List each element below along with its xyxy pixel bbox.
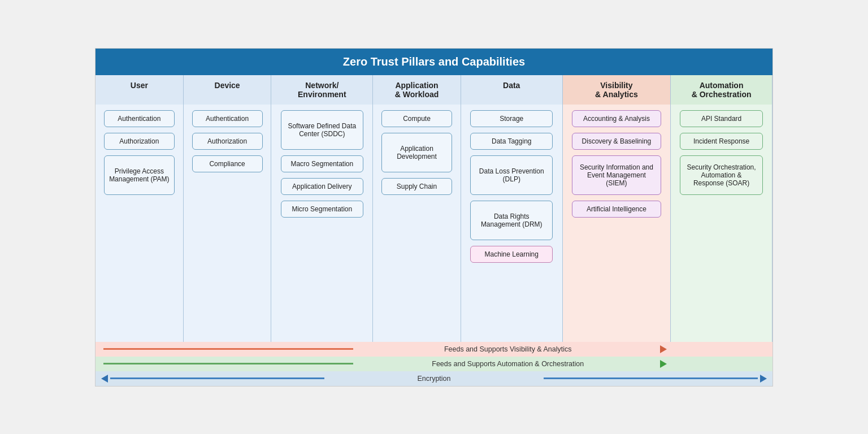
- diagram-container: Zero Trust Pillars and Capabilities User…: [95, 48, 773, 387]
- arrow-bar-automation: Feeds and Supports Automation & Orchestr…: [96, 357, 772, 371]
- header-visibility: Visibility & Analytics: [563, 75, 671, 105]
- aut-incident: Incident Response: [680, 133, 762, 150]
- data-storage: Storage: [470, 110, 553, 127]
- col-body-device: Authentication Authorization Compliance: [184, 105, 272, 342]
- data-dlp: Data Loss Prevention (DLP): [470, 155, 553, 195]
- data-drm: Data Rights Management (DRM): [470, 201, 553, 240]
- bottom-section: Feeds and Supports Visibility & Analytic…: [96, 342, 772, 386]
- app-compute: Compute: [381, 110, 452, 127]
- col-body-data: Storage Data Tagging Data Loss Preventio…: [461, 105, 563, 342]
- col-body-automation: API Standard Incident Response Security …: [671, 105, 772, 342]
- main-content: Authentication Authorization Privilege A…: [96, 105, 772, 342]
- column-headers: User Device Network/ Environment Applica…: [96, 75, 772, 105]
- app-dev: Application Development: [381, 133, 452, 172]
- arrow-label-visibility: Feeds and Supports Visibility & Analytic…: [355, 345, 660, 353]
- device-authz: Authorization: [192, 133, 263, 150]
- arrow-label-encryption: Encryption: [327, 375, 541, 383]
- user-authz: Authorization: [104, 133, 175, 150]
- user-pam: Privilege Access Management (PAM): [104, 155, 175, 195]
- data-ml: Machine Learning: [470, 246, 553, 263]
- network-app-delivery: Application Delivery: [281, 178, 363, 195]
- vis-accounting: Accounting & Analysis: [572, 110, 661, 127]
- device-auth: Authentication: [192, 110, 263, 127]
- network-macro: Macro Segmentation: [281, 155, 363, 172]
- arrow-bar-encryption: Encryption: [96, 371, 772, 386]
- col-body-user: Authentication Authorization Privilege A…: [96, 105, 184, 342]
- arrow-bar-visibility: Feeds and Supports Visibility & Analytic…: [96, 342, 772, 357]
- vis-discovery: Discovery & Baselining: [572, 133, 661, 150]
- user-auth: Authentication: [104, 110, 175, 127]
- col-body-visibility: Accounting & Analysis Discovery & Baseli…: [563, 105, 671, 342]
- header-data: Data: [461, 75, 563, 105]
- aut-soar: Security Orchestration, Automation & Res…: [680, 155, 762, 195]
- data-tagging: Data Tagging: [470, 133, 553, 150]
- header-app: Application & Workload: [373, 75, 461, 105]
- vis-ai: Artificial Intelligence: [572, 201, 661, 218]
- header-network: Network/ Environment: [271, 75, 373, 105]
- network-micro: Micro Segmentation: [281, 201, 363, 218]
- header-automation: Automation & Orchestration: [671, 75, 772, 105]
- col-body-network: Software Defined Data Center (SDDC) Macr…: [271, 105, 373, 342]
- app-supply-chain: Supply Chain: [381, 178, 452, 195]
- vis-siem: Security Information and Event Managemen…: [572, 155, 661, 195]
- diagram-title: Zero Trust Pillars and Capabilities: [96, 49, 772, 75]
- col-body-app: Compute Application Development Supply C…: [373, 105, 461, 342]
- arrow-label-automation: Feeds and Supports Automation & Orchestr…: [355, 360, 660, 368]
- device-compliance: Compliance: [192, 155, 263, 172]
- aut-api: API Standard: [680, 110, 762, 127]
- header-user: User: [96, 75, 184, 105]
- header-device: Device: [184, 75, 272, 105]
- network-sddc: Software Defined Data Center (SDDC): [281, 110, 363, 150]
